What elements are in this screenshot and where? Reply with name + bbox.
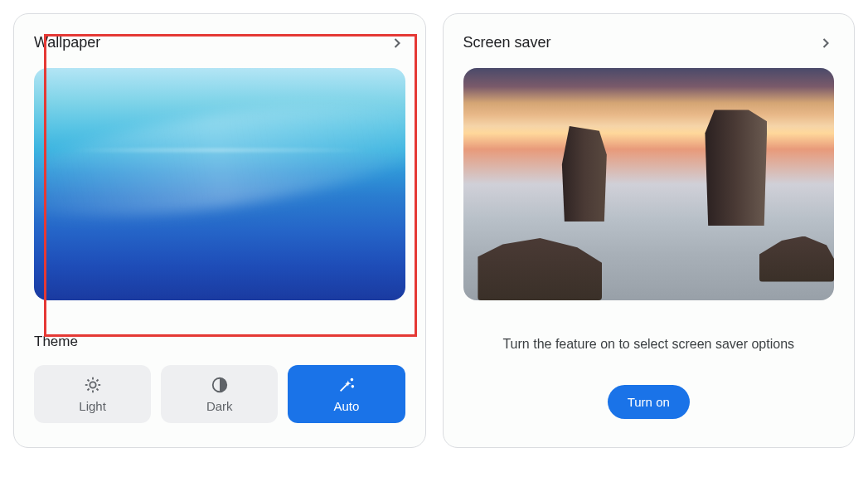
- wallpaper-card: Wallpaper Theme Light: [13, 13, 426, 448]
- wallpaper-header[interactable]: Wallpaper: [34, 34, 405, 51]
- screensaver-preview[interactable]: [463, 68, 835, 300]
- screensaver-header[interactable]: Screen saver: [463, 34, 835, 51]
- screensaver-card: Screen saver Turn the feature on to sele…: [443, 13, 856, 448]
- theme-title: Theme: [34, 334, 405, 350]
- svg-point-12: [352, 385, 353, 387]
- chevron-right-icon: [817, 35, 834, 51]
- screensaver-info-text: Turn the feature on to select screen sav…: [463, 337, 835, 352]
- svg-point-0: [90, 382, 95, 387]
- svg-line-4: [96, 388, 98, 390]
- svg-line-7: [87, 388, 89, 390]
- contrast-icon: [211, 376, 229, 394]
- theme-button-group: Light Dark Auto: [34, 365, 405, 423]
- wallpaper-title: Wallpaper: [34, 34, 100, 51]
- wallpaper-preview[interactable]: [34, 68, 405, 300]
- theme-auto-label: Auto: [334, 399, 360, 413]
- theme-light-label: Light: [79, 399, 106, 413]
- theme-dark-button[interactable]: Dark: [161, 365, 278, 423]
- magic-wand-icon: [337, 376, 356, 394]
- svg-line-3: [87, 379, 89, 381]
- svg-line-8: [96, 379, 98, 381]
- chevron-right-icon: [389, 35, 405, 51]
- theme-light-button[interactable]: Light: [34, 365, 151, 423]
- theme-dark-label: Dark: [206, 399, 233, 413]
- svg-line-10: [341, 383, 348, 391]
- brightness-icon: [84, 376, 102, 394]
- screensaver-title: Screen saver: [463, 34, 551, 51]
- turn-on-button[interactable]: Turn on: [608, 385, 690, 419]
- theme-auto-button[interactable]: Auto: [288, 365, 405, 423]
- svg-point-11: [351, 378, 352, 380]
